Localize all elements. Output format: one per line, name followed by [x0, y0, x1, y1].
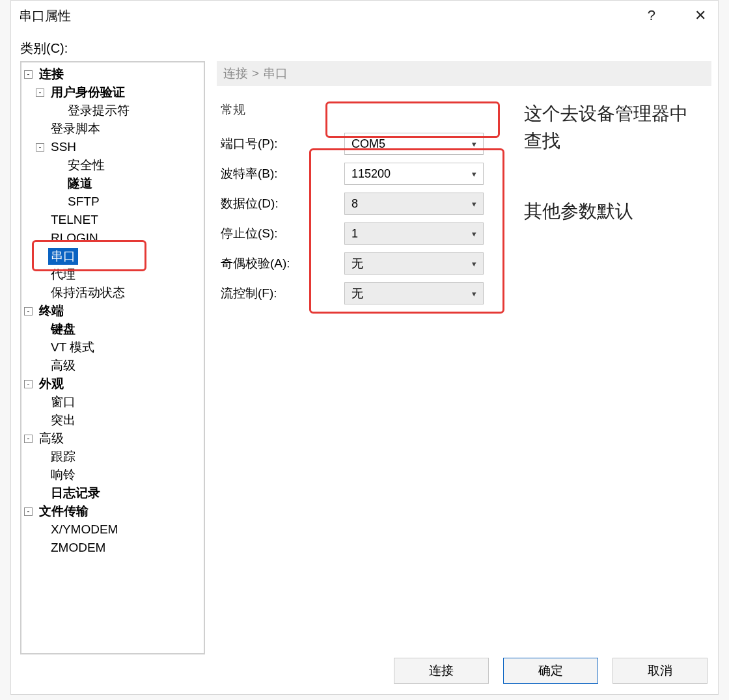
tree-node[interactable]: -高级: [21, 429, 204, 448]
tree-node[interactable]: 安全性: [21, 156, 204, 174]
tree-item[interactable]: 高级: [36, 430, 66, 447]
tree-leaf-icon: [36, 526, 44, 534]
tree-node[interactable]: SFTP: [21, 193, 204, 211]
tree-item[interactable]: SSH: [48, 140, 79, 154]
tree-item[interactable]: 代理: [48, 266, 78, 283]
cancel-button[interactable]: 取消: [612, 658, 708, 684]
dialog-footer: 连接 确定 取消: [394, 658, 708, 684]
tree-node[interactable]: X/YMODEM: [21, 520, 204, 539]
chevron-down-icon: ▾: [472, 289, 476, 299]
tree-leaf-icon: [36, 289, 44, 297]
tree-leaf-icon: [36, 271, 44, 279]
tree-expander-icon[interactable]: -: [24, 70, 33, 79]
combo-port[interactable]: COM5 ▾: [344, 133, 484, 155]
tree-node[interactable]: 代理: [21, 265, 204, 284]
tree-node[interactable]: 跟踪: [21, 448, 204, 466]
annotation-text-1: 这个去设备管理器中查找: [524, 100, 693, 155]
tree-item[interactable]: 连接: [36, 66, 66, 83]
row-flow: 流控制(F): 无 ▾: [221, 278, 715, 308]
tree-item[interactable]: 键盘: [48, 321, 78, 338]
tree-item[interactable]: TELNET: [48, 213, 101, 227]
tree-node[interactable]: 日志记录: [21, 484, 204, 502]
tree-expander-icon[interactable]: -: [24, 507, 33, 516]
tree-expander-icon[interactable]: -: [36, 88, 44, 97]
tree-item[interactable]: RLOGIN: [48, 231, 101, 245]
connect-button[interactable]: 连接: [394, 658, 489, 684]
tree-leaf-icon: [53, 107, 61, 115]
category-tree[interactable]: -连接-用户身份验证登录提示符登录脚本-SSH安全性隧道SFTPTELNETRL…: [20, 61, 205, 654]
tree-item[interactable]: 终端: [36, 303, 66, 319]
tree-node[interactable]: 键盘: [21, 320, 204, 338]
tree-item[interactable]: 登录提示符: [65, 102, 132, 119]
tree-item[interactable]: 日志记录: [48, 485, 103, 502]
combo-parity[interactable]: 无 ▾: [344, 252, 484, 275]
tree-node[interactable]: 串口: [21, 247, 204, 265]
combo-flow[interactable]: 无 ▾: [344, 282, 484, 304]
tree-leaf-icon: [36, 398, 44, 407]
tree-item[interactable]: 跟踪: [48, 448, 78, 465]
tree-node[interactable]: 高级: [21, 357, 204, 375]
tree-leaf-icon: [36, 343, 44, 352]
tree-node[interactable]: VT 模式: [21, 338, 204, 357]
label-flow: 流控制(F):: [221, 285, 344, 302]
tree-expander-icon[interactable]: -: [36, 143, 44, 152]
tree-node[interactable]: -连接: [21, 65, 204, 83]
tree-node[interactable]: -终端: [21, 302, 204, 320]
tree-node[interactable]: ZMODEM: [21, 539, 204, 557]
tree-node[interactable]: 隧道: [21, 174, 204, 193]
tree-node[interactable]: 突出: [21, 411, 204, 429]
tree-item[interactable]: 保持活动状态: [48, 284, 128, 301]
breadcrumb: 连接 > 串口: [217, 61, 711, 86]
tree-item[interactable]: 响铃: [48, 466, 78, 483]
tree-leaf-icon: [36, 252, 44, 261]
tree-node[interactable]: 窗口: [21, 393, 204, 411]
tree-item[interactable]: 窗口: [48, 394, 78, 411]
breadcrumb-sep: >: [252, 66, 259, 81]
tree-node[interactable]: 登录脚本: [21, 120, 204, 138]
category-label: 类别(C):: [11, 31, 718, 61]
tree-expander-icon[interactable]: -: [24, 435, 33, 443]
tree-node[interactable]: -文件传输: [21, 502, 204, 520]
tree-node[interactable]: -用户身份验证: [21, 83, 204, 101]
tree-node[interactable]: -外观: [21, 375, 204, 393]
tree-leaf-icon: [36, 416, 44, 425]
breadcrumb-a: 连接: [223, 65, 248, 82]
help-icon[interactable]: ?: [641, 5, 662, 27]
chevron-down-icon: ▾: [472, 259, 476, 269]
tree-item[interactable]: 登录脚本: [48, 120, 103, 137]
ok-button[interactable]: 确定: [503, 658, 598, 684]
tree-item[interactable]: VT 模式: [48, 339, 97, 356]
tree-item[interactable]: 安全性: [65, 157, 107, 174]
tree-expander-icon[interactable]: -: [24, 380, 33, 388]
tree-item[interactable]: 突出: [48, 412, 78, 429]
tree-item[interactable]: 串口: [48, 248, 78, 265]
tree-node[interactable]: 响铃: [21, 466, 204, 484]
tree-leaf-icon: [36, 362, 44, 370]
tree-node[interactable]: RLOGIN: [21, 229, 204, 247]
tree-item[interactable]: 用户身份验证: [48, 84, 128, 101]
tree-item[interactable]: SFTP: [65, 195, 102, 209]
tree-item[interactable]: ZMODEM: [48, 541, 108, 555]
tree-leaf-icon: [36, 544, 44, 552]
close-icon[interactable]: ✕: [688, 5, 713, 27]
chevron-down-icon: ▾: [472, 199, 476, 209]
tree-node[interactable]: TELNET: [21, 211, 204, 229]
tree-item[interactable]: 外观: [36, 375, 66, 392]
combo-data[interactable]: 8 ▾: [344, 193, 484, 215]
tree-leaf-icon: [53, 198, 61, 206]
tree-item[interactable]: X/YMODEM: [48, 522, 120, 537]
tree-expander-icon[interactable]: -: [24, 307, 33, 316]
tree-leaf-icon: [36, 471, 44, 479]
tree-node[interactable]: 登录提示符: [21, 101, 204, 120]
tree-node[interactable]: -SSH: [21, 138, 204, 156]
breadcrumb-b: 串口: [263, 65, 288, 82]
label-port: 端口号(P):: [221, 135, 344, 152]
tree-node[interactable]: 保持活动状态: [21, 284, 204, 302]
tree-leaf-icon: [36, 453, 44, 461]
combo-baud[interactable]: 115200 ▾: [344, 163, 484, 185]
tree-item[interactable]: 文件传输: [36, 503, 91, 520]
combo-stop[interactable]: 1 ▾: [344, 222, 484, 245]
tree-item[interactable]: 高级: [48, 357, 78, 374]
tree-item[interactable]: 隧道: [65, 175, 95, 192]
label-data: 数据位(D):: [221, 195, 344, 212]
